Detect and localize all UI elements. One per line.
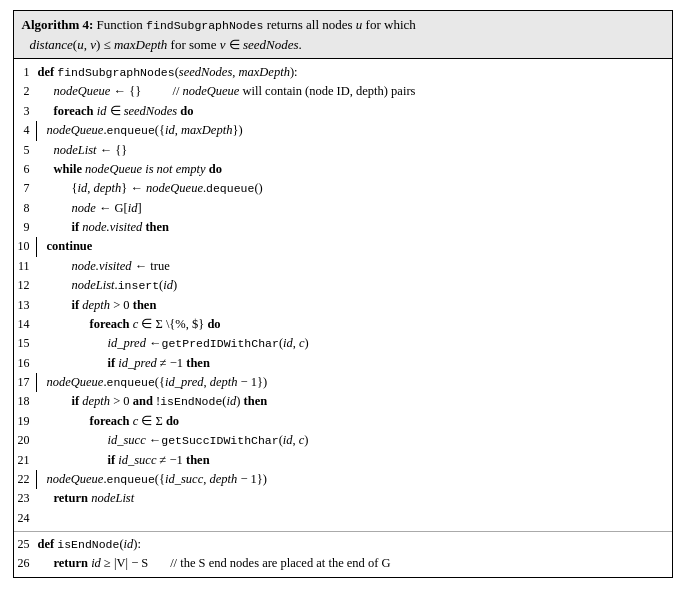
algo-description: Function findSubgraphNodes returns all n…: [97, 17, 416, 32]
line-number: 15: [14, 334, 36, 353]
algorithm-body: 1 def findSubgraphNodes(seedNodes, maxDe…: [14, 59, 672, 577]
line-number: 6: [14, 160, 36, 179]
code-line-8: 8 node ← G[id]: [14, 199, 672, 218]
line-number: 19: [14, 412, 36, 431]
line-number: 17: [14, 373, 36, 392]
code-line-26: 26 return id ≥ |V| − S // the S end node…: [14, 554, 672, 573]
code-line-24: 24: [14, 509, 672, 528]
algorithm-header: Algorithm 4: Function findSubgraphNodes …: [14, 11, 672, 59]
line-content: nodeQueue.enqueue({id_pred, depth − 1}): [36, 373, 672, 392]
algo-title: Algorithm 4:: [22, 17, 94, 32]
line-number: 22: [14, 470, 36, 489]
code-line-15: 15 id_pred ←getPredIDWithChar(id, c): [14, 334, 672, 353]
code-line-22: 22 nodeQueue.enqueue({id_succ, depth − 1…: [14, 470, 672, 489]
code-line-25: 25 def isEndNode(id):: [14, 535, 672, 554]
code-line-2: 2 nodeQueue ← {} // nodeQueue will conta…: [14, 82, 672, 101]
line-content: nodeQueue.enqueue({id, maxDepth}): [36, 121, 672, 140]
line-content: nodeQueue ← {} // nodeQueue will contain…: [36, 82, 672, 101]
code-line-23: 23 return nodeList: [14, 489, 672, 508]
line-number: 3: [14, 102, 36, 121]
code-line-21: 21 if id_succ ≠ −1 then: [14, 451, 672, 470]
line-number: 16: [14, 354, 36, 373]
line-content: if depth > 0 then: [36, 296, 672, 315]
line-content: node ← G[id]: [36, 199, 672, 218]
line-content: node.visited ← true: [36, 257, 672, 276]
line-number: 23: [14, 489, 36, 508]
code-line-10: 10 continue: [14, 237, 672, 256]
line-number: 9: [14, 218, 36, 237]
line-content: while nodeQueue is not empty do: [36, 160, 672, 179]
code-line-16: 16 if id_pred ≠ −1 then: [14, 354, 672, 373]
line-number: 26: [14, 554, 36, 573]
line-content: if id_succ ≠ −1 then: [36, 451, 672, 470]
line-number: 8: [14, 199, 36, 218]
code-line-1: 1 def findSubgraphNodes(seedNodes, maxDe…: [14, 63, 672, 82]
line-content: if node.visited then: [36, 218, 672, 237]
line-content: id_pred ←getPredIDWithChar(id, c): [36, 334, 672, 353]
line-number: 11: [14, 257, 36, 276]
code-line-9: 9 if node.visited then: [14, 218, 672, 237]
code-line-7: 7 {id, depth} ← nodeQueue.dequeue(): [14, 179, 672, 198]
line-number: 7: [14, 179, 36, 198]
code-line-5: 5 nodeList ← {}: [14, 141, 672, 160]
line-content: continue: [36, 237, 672, 256]
line-content: return id ≥ |V| − S // the S end nodes a…: [36, 554, 672, 573]
line-number: 25: [14, 535, 36, 554]
line-content: def findSubgraphNodes(seedNodes, maxDept…: [36, 63, 672, 82]
line-number: 13: [14, 296, 36, 315]
code-line-14: 14 foreach c ∈ Σ \{%, $} do: [14, 315, 672, 334]
line-content: nodeList ← {}: [36, 141, 672, 160]
line-content: return nodeList: [36, 489, 672, 508]
line-content: if depth > 0 and !isEndNode(id) then: [36, 392, 672, 411]
line-number: 2: [14, 82, 36, 101]
code-line-20: 20 id_succ ←getSuccIDWithChar(id, c): [14, 431, 672, 450]
code-line-4: 4 nodeQueue.enqueue({id, maxDepth}): [14, 121, 672, 140]
line-content: foreach c ∈ Σ do: [36, 412, 672, 431]
code-line-18: 18 if depth > 0 and !isEndNode(id) then: [14, 392, 672, 411]
line-content: foreach c ∈ Σ \{%, $} do: [36, 315, 672, 334]
code-line-17: 17 nodeQueue.enqueue({id_pred, depth − 1…: [14, 373, 672, 392]
line-number: 24: [14, 509, 36, 528]
line-number: 21: [14, 451, 36, 470]
line-content: def isEndNode(id):: [36, 535, 672, 554]
line-content: nodeList.insert(id): [36, 276, 672, 295]
line-number: 18: [14, 392, 36, 411]
line-content: {id, depth} ← nodeQueue.dequeue(): [36, 179, 672, 198]
code-line-3: 3 foreach id ∈ seedNodes do: [14, 102, 672, 121]
line-number: 14: [14, 315, 36, 334]
line-number: 1: [14, 63, 36, 82]
code-line-19: 19 foreach c ∈ Σ do: [14, 412, 672, 431]
section-divider: [14, 531, 672, 532]
line-content: nodeQueue.enqueue({id_succ, depth − 1}): [36, 470, 672, 489]
line-number: 10: [14, 237, 36, 256]
algo-description-line2: distance(u, v) ≤ maxDepth for some v ∈ s…: [22, 37, 302, 52]
line-content: id_succ ←getSuccIDWithChar(id, c): [36, 431, 672, 450]
code-line-11: 11 node.visited ← true: [14, 257, 672, 276]
code-line-13: 13 if depth > 0 then: [14, 296, 672, 315]
line-number: 5: [14, 141, 36, 160]
line-content: foreach id ∈ seedNodes do: [36, 102, 672, 121]
code-line-12: 12 nodeList.insert(id): [14, 276, 672, 295]
line-number: 20: [14, 431, 36, 450]
line-number: 4: [14, 121, 36, 140]
line-number: 12: [14, 276, 36, 295]
code-line-6: 6 while nodeQueue is not empty do: [14, 160, 672, 179]
algorithm-box: Algorithm 4: Function findSubgraphNodes …: [13, 10, 673, 578]
line-content: if id_pred ≠ −1 then: [36, 354, 672, 373]
